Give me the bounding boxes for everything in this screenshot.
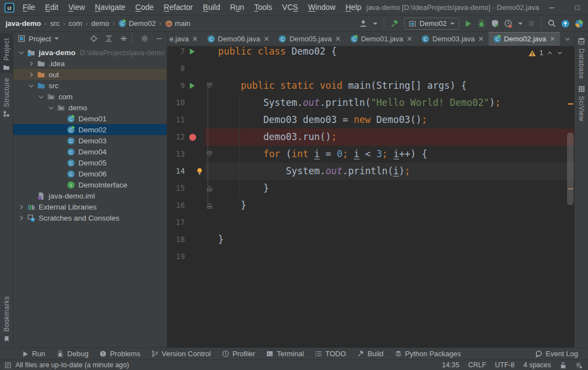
run-button[interactable] (464, 20, 472, 28)
tree-item-com[interactable]: com (13, 91, 167, 102)
tree-chevron-right-icon[interactable] (27, 71, 36, 78)
code-with-me-icon[interactable] (575, 19, 584, 28)
code-line-body[interactable]: demo03.run(); (205, 128, 574, 146)
tab-close-icon[interactable]: ✕ (335, 35, 341, 43)
bulb-icon[interactable] (196, 168, 203, 175)
code-text[interactable]: public static void main(String[] args) { (214, 77, 467, 94)
run-gutter-icon[interactable] (189, 48, 195, 55)
gutter-markers[interactable] (185, 197, 205, 214)
tool-button-terminal[interactable]: Terminal (261, 348, 309, 360)
run-with-coverage-button[interactable] (491, 19, 499, 28)
tree-item-external-libraries[interactable]: External Libraries (13, 201, 167, 212)
indentation[interactable]: 4 spaces (523, 361, 551, 369)
fold-down-icon[interactable] (205, 146, 214, 163)
code-line-body[interactable]: for (int i = 0; i < 3; i++) { (205, 146, 574, 163)
scrollbar-thumb[interactable] (567, 132, 574, 205)
stripe-button-structure[interactable]: Structure (0, 73, 13, 119)
tool-button-event-log[interactable]: Event Log (529, 348, 584, 360)
code-editor[interactable]: 7public class Demo02 {89 public static v… (167, 46, 574, 347)
fold-down-icon[interactable] (205, 77, 214, 94)
tree-item-demo03[interactable]: CDemo03 (13, 135, 167, 146)
breadcrumb-item-demo02[interactable]: CDemo02 (118, 19, 156, 28)
tree-item-src[interactable]: src (13, 80, 167, 91)
menu-item-navigate[interactable]: Navigate (90, 0, 130, 15)
code-text[interactable]: demo03.run(); (214, 128, 337, 146)
menu-item-tools[interactable]: Tools (249, 0, 277, 15)
tab-demo06-java[interactable]: CDemo06.java✕ (203, 32, 274, 46)
breadcrumb-item-src[interactable]: src (50, 19, 60, 28)
fold-up-icon[interactable] (205, 180, 214, 197)
tree-item-out[interactable]: out (13, 69, 167, 80)
code-text[interactable]: System.out.println(i); (214, 163, 410, 180)
tab-close-icon[interactable]: ✕ (192, 35, 198, 43)
menu-item-run[interactable]: Run (225, 0, 250, 15)
code-text[interactable]: } (214, 197, 246, 214)
expand-all-icon[interactable] (105, 35, 113, 42)
breadcrumb-item-main[interactable]: mmain (165, 19, 190, 28)
editor-scrollbar[interactable] (566, 46, 574, 347)
tool-button-run[interactable]: Run (17, 348, 51, 360)
menu-item-code[interactable]: Code (130, 0, 158, 15)
tab-close-icon[interactable]: ✕ (263, 35, 269, 43)
tool-button-profiler[interactable]: Profiler (216, 348, 261, 360)
tree-chevron-down-icon[interactable] (46, 104, 56, 111)
tab-demo01-java[interactable]: CDemo01.java✕ (346, 32, 417, 46)
gutter-markers[interactable] (185, 128, 205, 146)
gutter-markers[interactable] (185, 163, 205, 180)
tool-button-build[interactable]: Build (352, 348, 389, 360)
code-text[interactable]: } (214, 231, 224, 248)
tab-list-chevron-icon[interactable] (564, 36, 571, 42)
run-gutter-icon[interactable] (189, 82, 195, 89)
line-separator[interactable]: CRLF (468, 361, 486, 369)
project-panel-title[interactable]: Project (29, 35, 51, 43)
code-text[interactable] (214, 214, 218, 231)
tree-chevron-down-icon[interactable] (27, 82, 36, 89)
update-button[interactable] (561, 19, 570, 28)
code-line-body[interactable]: Demo03 demo03 = new Demo03(); (205, 111, 574, 128)
breadcrumb-item-com[interactable]: com (68, 19, 82, 28)
code-line-body[interactable]: System.out.println(i); (205, 163, 574, 180)
menu-item-edit[interactable]: Edit (40, 0, 63, 15)
locate-file-icon[interactable] (90, 35, 98, 42)
tree-item-demo01[interactable]: CDemo01 (13, 113, 167, 124)
tool-button-todo[interactable]: TODO (309, 348, 351, 360)
prev-problem-icon[interactable] (547, 50, 553, 56)
menu-item-vcs[interactable]: VCS (277, 0, 303, 15)
menu-item-view[interactable]: View (63, 0, 90, 15)
run-configuration-select[interactable]: Demo02 (404, 18, 459, 30)
tree-item-demo05[interactable]: CDemo05 (13, 157, 167, 168)
tree-chevron-down-icon[interactable] (17, 49, 26, 56)
gutter-markers[interactable] (185, 94, 205, 111)
tool-button-version-control[interactable]: Version Control (146, 348, 216, 360)
code-line-body[interactable] (205, 248, 574, 265)
tab-close-icon[interactable]: ✕ (406, 35, 412, 43)
tool-button-debug[interactable]: Debug (51, 348, 94, 360)
caret-position[interactable]: 14:35 (442, 361, 459, 369)
menu-item-build[interactable]: Build (198, 0, 225, 15)
tab-demo03-java[interactable]: CDemo03.java✕ (417, 32, 489, 46)
code-text[interactable]: public class Demo02 { (214, 46, 337, 60)
tree-chevron-down-icon[interactable] (36, 93, 46, 100)
stripe-button-sciview[interactable]: SciView (575, 84, 588, 126)
tab-close-icon[interactable]: ✕ (478, 35, 484, 43)
next-problem-icon[interactable] (557, 50, 563, 56)
gutter-markers[interactable] (185, 111, 205, 128)
gutter-markers[interactable] (185, 248, 205, 265)
hide-panel-icon[interactable] (156, 35, 162, 42)
search-everywhere-button[interactable] (548, 19, 556, 28)
build-project-button[interactable] (390, 19, 399, 28)
code-line-body[interactable]: public static void main(String[] args) { (205, 77, 574, 94)
code-text[interactable]: System.out.println("Hello World! Demo02"… (214, 94, 501, 111)
tree-item-demointerface[interactable]: IDemoInterface (13, 179, 167, 190)
menu-item-help[interactable]: Help (341, 0, 367, 15)
gutter-markers[interactable] (185, 146, 205, 163)
warning-icon[interactable] (528, 50, 536, 57)
warning-stripe-mark[interactable] (568, 103, 573, 105)
code-line-body[interactable]: public class Demo02 { (205, 46, 574, 60)
tab-close-icon[interactable]: ✕ (549, 35, 555, 43)
code-line-body[interactable]: System.out.println("Hello World! Demo02"… (205, 94, 574, 111)
fold-up-icon[interactable] (205, 197, 214, 214)
gutter-markers[interactable] (185, 46, 205, 60)
menu-item-refactor[interactable]: Refactor (159, 0, 198, 15)
code-line-body[interactable]: } (205, 231, 574, 248)
